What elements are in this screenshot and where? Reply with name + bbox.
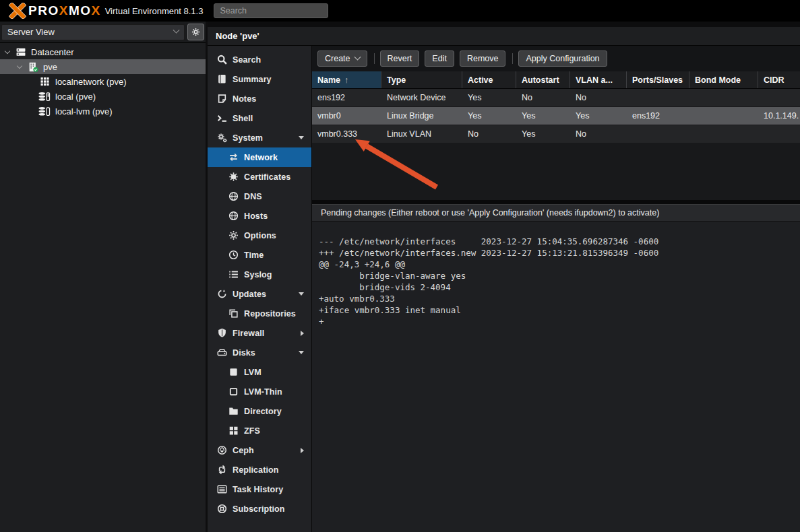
nav-item-label: System (233, 133, 263, 143)
nav-item-certificates[interactable]: Certificates (208, 167, 311, 187)
table-row-vmbr0-333[interactable]: vmbr0.333 Linux VLAN No Yes No (312, 125, 800, 143)
nav-item-label: Search (233, 55, 261, 65)
nav-item-label: Certificates (244, 172, 290, 182)
tree-item-label: pve (43, 62, 57, 72)
nav-item-label: Network (244, 153, 278, 162)
node-nav-menu: Search Summary Notes Shell System Ne (208, 46, 312, 532)
hdd-icon (217, 347, 227, 358)
copy-icon (228, 308, 239, 319)
table-row-vmbr0[interactable]: vmbr0 Linux Bridge Yes Yes Yes ens192 10… (312, 107, 800, 125)
certificate-icon (228, 172, 239, 182)
task-list-icon (217, 484, 227, 494)
nav-item-label: Shell (233, 114, 253, 123)
tree-item-localnetwork[interactable]: localnetwork (pve) (0, 74, 206, 89)
column-header-vlan-aware[interactable]: VLAN a... (570, 71, 627, 88)
gear-icon (191, 28, 200, 36)
top-gap (208, 22, 800, 27)
nav-item-disks[interactable]: Disks (208, 343, 311, 362)
nav-item-label: Hosts (244, 211, 268, 221)
nav-item-subscription[interactable]: Subscription (208, 499, 311, 519)
tree-item-pve[interactable]: pve (0, 59, 206, 74)
column-header-name[interactable]: Name ↑ (312, 71, 381, 88)
tree-item-local[interactable]: local (pve) (0, 89, 206, 104)
top-bar: PROXMOX Virtual Environment 8.1.3 (0, 0, 800, 22)
tree-item-label: local-lvm (pve) (55, 106, 113, 117)
column-header-ports-slaves[interactable]: Ports/Slaves (627, 71, 689, 88)
datacenter-icon (16, 47, 27, 57)
table-empty-area (312, 143, 800, 200)
nav-item-label: Directory (244, 407, 282, 416)
nav-item-label: Disks (233, 348, 255, 358)
nav-item-dns[interactable]: DNS (208, 187, 311, 206)
revert-button[interactable]: Revert (380, 51, 420, 67)
edit-button[interactable]: Edit (425, 51, 454, 67)
nav-item-lvm-thin[interactable]: LVM-Thin (208, 382, 311, 401)
nav-item-system[interactable]: System (208, 128, 311, 147)
view-selector-value: Server View (7, 27, 55, 37)
caret-down-icon[interactable] (17, 63, 22, 68)
content-header: Node 'pve' (208, 27, 800, 46)
nav-item-label: Options (244, 231, 276, 240)
nav-item-options[interactable]: Options (208, 226, 311, 245)
search-icon (217, 55, 227, 65)
nav-item-firewall[interactable]: Firewall (208, 323, 311, 343)
tree-item-local-lvm[interactable]: local-lvm (pve) (0, 104, 206, 119)
column-header-cidr[interactable]: CIDR (758, 71, 800, 88)
create-button[interactable]: Create (317, 51, 367, 67)
page-title: Node 'pve' (216, 31, 259, 41)
nav-item-directory[interactable]: Directory (208, 401, 311, 421)
folder-icon (228, 406, 239, 416)
caret-down-icon[interactable] (5, 48, 10, 53)
column-header-bond-mode[interactable]: Bond Mode (689, 71, 758, 88)
tree-item-datacenter[interactable]: Datacenter (0, 44, 206, 59)
nav-item-shell[interactable]: Shell (208, 108, 311, 128)
tree-settings-button[interactable] (187, 24, 204, 40)
column-header-type[interactable]: Type (381, 71, 462, 88)
sdn-grid-icon (40, 77, 51, 87)
tree-item-label: Datacenter (31, 47, 74, 57)
node-icon (28, 62, 39, 72)
main-area: Node 'pve' Search Summary Notes Shell (208, 22, 800, 532)
storage-icon (38, 92, 51, 102)
refresh-icon (217, 289, 227, 299)
nav-item-label: DNS (244, 192, 262, 201)
sort-asc-icon: ↑ (344, 75, 348, 85)
nav-item-label: Subscription (233, 504, 285, 514)
square-outline-icon (228, 387, 239, 397)
nav-item-time[interactable]: Time (208, 245, 311, 265)
column-header-autostart[interactable]: Autostart (516, 71, 570, 88)
support-icon (217, 504, 227, 514)
resource-tree-panel: Server View (0, 22, 206, 532)
toolbar-separator (512, 53, 513, 64)
nav-item-task-history[interactable]: Task History (208, 479, 311, 499)
search-input[interactable] (214, 3, 328, 18)
nav-item-notes[interactable]: Notes (208, 89, 311, 108)
nav-item-lvm[interactable]: LVM (208, 362, 311, 382)
nav-item-updates[interactable]: Updates (208, 284, 311, 304)
toolbar-separator (374, 53, 375, 64)
nav-item-replication[interactable]: Replication (208, 460, 311, 479)
exchange-arrows-icon (228, 152, 239, 162)
nav-item-repositories[interactable]: Repositories (208, 304, 311, 323)
nav-item-zfs[interactable]: ZFS (208, 421, 311, 440)
nav-item-ceph[interactable]: Ceph (208, 440, 311, 460)
clock-icon (228, 250, 239, 260)
nav-item-label: Summary (233, 75, 272, 84)
nav-item-search[interactable]: Search (208, 50, 311, 69)
chevron-right-icon (301, 331, 304, 336)
view-selector-combobox[interactable]: Server View (1, 24, 185, 40)
nav-item-label: Updates (233, 290, 266, 299)
square-filled-icon (228, 367, 239, 377)
remove-button[interactable]: Remove (460, 51, 506, 67)
chevron-right-icon (301, 448, 304, 453)
nav-item-summary[interactable]: Summary (208, 69, 311, 89)
table-row-ens192[interactable]: ens192 Network Device Yes No No (312, 89, 800, 107)
nav-item-network[interactable]: Network (208, 147, 311, 167)
nav-item-syslog[interactable]: Syslog (208, 265, 311, 284)
gear-icon (228, 230, 239, 240)
nav-item-hosts[interactable]: Hosts (208, 206, 311, 226)
nav-item-label: Time (244, 251, 264, 260)
apply-configuration-button[interactable]: Apply Configuration (518, 51, 607, 67)
column-header-active[interactable]: Active (462, 71, 516, 88)
chevron-down-icon (354, 53, 361, 60)
